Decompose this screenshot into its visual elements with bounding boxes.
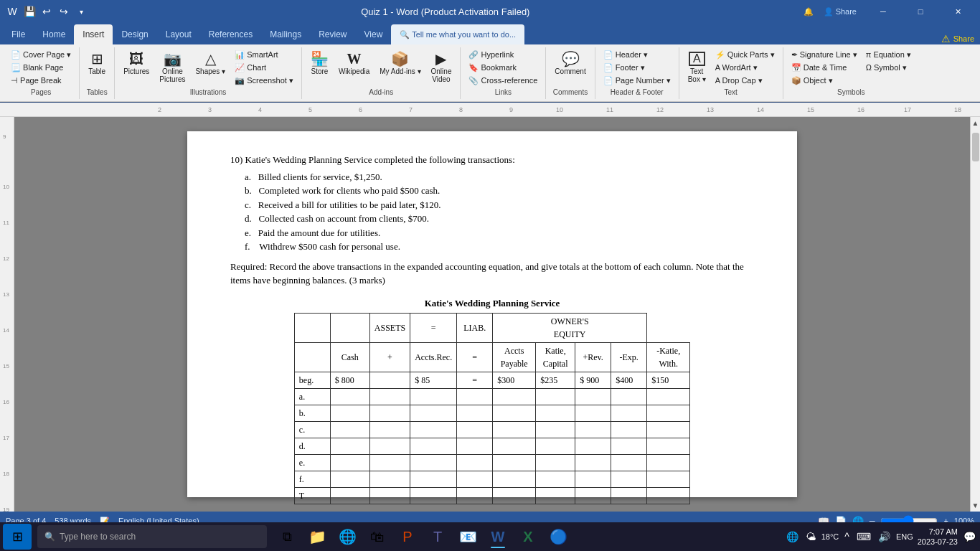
addins-label: Add-ins — [369, 88, 393, 98]
cross-reference-button[interactable]: 📎 Cross-reference — [465, 75, 541, 87]
taskbar-outlook[interactable]: 📧 — [453, 524, 482, 550]
textbox-button[interactable]: A TextBox ▾ — [684, 49, 710, 86]
taskbar-chrome[interactable]: 🔵 — [544, 524, 573, 550]
chart-button[interactable]: 📈 Chart — [231, 62, 297, 74]
taskbar-file-explorer[interactable]: 📁 — [303, 524, 331, 550]
share-label[interactable]: 🔔 — [804, 7, 814, 17]
weather-icon: 🌤 — [804, 529, 817, 544]
tab-view[interactable]: View — [356, 24, 392, 44]
word-icon: W — [6, 5, 19, 18]
keyboard-icon[interactable]: ⌨ — [855, 529, 872, 544]
document-content: 10) Katie's Wedding Planning Service com… — [230, 153, 754, 504]
page-break-button[interactable]: ⊣ Page Break — [7, 75, 75, 87]
online-pictures-button[interactable]: 📷 OnlinePictures — [155, 49, 189, 86]
my-addins-button[interactable]: 📦 My Add-ins ▾ — [375, 49, 425, 78]
th-katie-capital: Katie,Capital — [536, 343, 575, 372]
start-button[interactable]: ⊞ — [3, 524, 32, 550]
taskbar-excel[interactable]: X — [514, 524, 542, 550]
svg-text:13: 13 — [707, 106, 714, 113]
accounting-table: ASSETS = LIAB. OWNER'SEQUITY Cash + Acct… — [294, 313, 690, 504]
tab-file[interactable]: File — [3, 24, 34, 44]
taskbar-teams[interactable]: T — [423, 524, 452, 550]
notifications-icon[interactable]: 💬 — [962, 529, 977, 544]
system-clock[interactable]: 7:07 AM 2023-07-23 — [918, 527, 958, 547]
share-button[interactable]: Share — [953, 34, 974, 43]
tab-tell-me[interactable]: 🔍 Tell me what you want to do... — [391, 24, 524, 44]
symbols-items: ✒ Signature Line ▾ 📅 Date & Time 📦 Objec… — [788, 49, 915, 88]
bookmark-button[interactable]: 🔖 Bookmark — [465, 62, 541, 74]
table-header-row1: ASSETS = LIAB. OWNER'SEQUITY — [294, 314, 689, 343]
table-button[interactable]: ⊞ Table — [84, 49, 110, 78]
taskbar-store[interactable]: 🛍 — [363, 524, 392, 550]
footer-button[interactable]: 📄 Footer ▾ — [600, 62, 674, 74]
scroll-thumb[interactable] — [972, 133, 979, 161]
taskbar-edge[interactable]: 🌐 — [333, 524, 362, 550]
th-accts-payable: AcctsPayable — [493, 343, 536, 372]
hyperlink-button[interactable]: 🔗 Hyperlink — [465, 49, 541, 61]
drop-cap-button[interactable]: A Drop Cap ▾ — [712, 75, 778, 87]
tab-mailings[interactable]: Mailings — [261, 24, 310, 44]
cover-page-button[interactable]: 📄 Cover Page ▾ — [7, 49, 75, 61]
close-button[interactable]: ✕ — [941, 0, 974, 23]
svg-text:14: 14 — [757, 106, 764, 113]
store-label: Store — [311, 67, 328, 75]
taskbar-word[interactable]: W — [484, 524, 512, 550]
equation-button[interactable]: π Equation ▾ — [862, 49, 915, 61]
taskbar-search[interactable]: 🔍 Type here to search — [37, 525, 267, 548]
clock-time: 7:07 AM — [918, 527, 958, 537]
date-time-button[interactable]: 📅 Date & Time — [788, 62, 861, 74]
taskbar-right: 🌐 🌤 18°C ^ ⌨ 🔊 ENG 7:07 AM 2023-07-23 💬 — [785, 527, 977, 547]
object-button[interactable]: 📦 Object ▾ — [788, 75, 861, 87]
tab-home[interactable]: Home — [34, 24, 74, 44]
online-video-button[interactable]: ▶ OnlineVideo — [427, 49, 456, 86]
ribbon-group-comments: 💬 Comment Comments — [546, 47, 595, 99]
account-icon[interactable]: 👤 Share — [824, 7, 857, 17]
minimize-button[interactable]: ─ — [867, 0, 900, 23]
tab-review[interactable]: Review — [310, 24, 355, 44]
document-page[interactable]: 10) Katie's Wedding Planning Service com… — [187, 131, 797, 497]
volume-icon[interactable]: 🔊 — [877, 529, 892, 544]
pictures-button[interactable]: 🖼 Pictures — [119, 49, 154, 78]
quick-access-customize[interactable]: ▾ — [75, 5, 88, 18]
header-button[interactable]: 📄 Header ▾ — [600, 49, 674, 61]
svg-rect-18 — [0, 117, 14, 512]
svg-text:5: 5 — [308, 106, 312, 113]
chevron-up-icon[interactable]: ^ — [843, 529, 851, 544]
online-pictures-label: OnlinePictures — [159, 67, 185, 83]
undo-icon[interactable]: ↩ — [40, 5, 53, 18]
maximize-button[interactable]: □ — [904, 0, 937, 23]
screenshot-button[interactable]: 📷 Screenshot ▾ — [231, 75, 297, 87]
redo-icon[interactable]: ↪ — [57, 5, 70, 18]
ribbon-group-illustrations: 🖼 Pictures 📷 OnlinePictures △ Shapes ▾ 📊… — [115, 47, 302, 99]
task-view-button[interactable]: ⧉ — [273, 524, 301, 550]
comment-button[interactable]: 💬 Comment — [550, 49, 590, 78]
pictures-icon: 🖼 — [129, 52, 143, 66]
smartart-button[interactable]: 📊 SmartArt — [231, 49, 297, 61]
tab-layout[interactable]: Layout — [157, 24, 200, 44]
tab-references[interactable]: References — [200, 24, 261, 44]
search-placeholder: Type here to search — [60, 532, 136, 542]
language-label[interactable]: ENG — [896, 532, 913, 541]
beg-cash: $ 800 — [330, 372, 369, 389]
svg-text:19: 19 — [3, 507, 9, 512]
shapes-button[interactable]: △ Shapes ▾ — [191, 49, 230, 78]
wikipedia-button[interactable]: W Wikipedia — [334, 49, 374, 78]
symbol-button[interactable]: Ω Symbol ▾ — [862, 62, 915, 74]
beg-accts-rec: $ 85 — [410, 372, 457, 389]
signature-line-button[interactable]: ✒ Signature Line ▾ — [788, 49, 861, 61]
illustrations-label: Illustrations — [190, 88, 227, 98]
scroll-up-arrow[interactable]: ▲ — [970, 117, 980, 129]
taskbar-powerpoint[interactable]: P — [393, 524, 422, 550]
blank-page-button[interactable]: 📃 Blank Page — [7, 62, 75, 74]
network-icon[interactable]: 🌐 — [785, 529, 800, 544]
quick-parts-button[interactable]: ⚡ Quick Parts ▾ — [712, 49, 778, 61]
wordart-button[interactable]: A WordArt ▾ — [712, 62, 778, 74]
tab-insert[interactable]: Insert — [74, 24, 113, 44]
save-icon[interactable]: 💾 — [23, 5, 36, 18]
vertical-scrollbar[interactable]: ▲ ▼ — [970, 117, 980, 512]
textbox-label: TextBox ▾ — [688, 67, 706, 83]
page-number-button[interactable]: 📄 Page Number ▾ — [600, 75, 674, 87]
scroll-down-arrow[interactable]: ▼ — [970, 499, 980, 512]
tab-design[interactable]: Design — [113, 24, 156, 44]
store-button[interactable]: 🏪 Store — [306, 49, 333, 78]
